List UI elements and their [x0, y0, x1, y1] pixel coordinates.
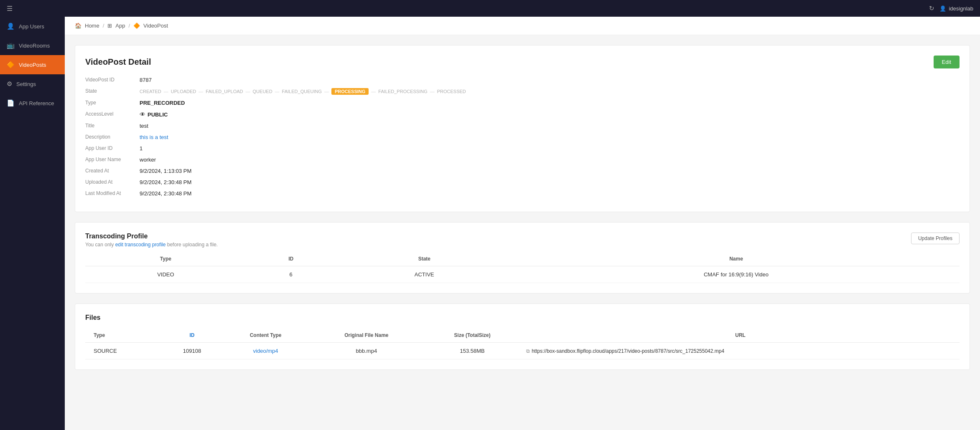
app-user-id-label: App User ID [85, 145, 140, 151]
files-title: Files [85, 314, 960, 321]
user-menu[interactable]: 👤 idesignlab [939, 5, 973, 12]
hamburger-icon[interactable]: ☰ [7, 5, 13, 13]
content-area: VideoPost Detail Edit VideoPost ID 8787 … [65, 35, 980, 390]
app-user-name-label: App User Name [85, 157, 140, 162]
col-name: Name [513, 252, 960, 266]
file-type: SOURCE [85, 343, 163, 359]
breadcrumb-videopost: VideoPost [143, 23, 168, 29]
state-arrow: — [371, 89, 376, 94]
detail-card: VideoPost Detail Edit VideoPost ID 8787 … [75, 45, 970, 212]
app-user-name-row: App User Name worker [85, 157, 960, 163]
state-label: State [85, 88, 140, 94]
breadcrumb: 🏠 Home / ⊞ App / 🔶 VideoPost [65, 17, 980, 35]
files-col-url: URL [521, 328, 960, 343]
state-step-failed_queuing: FAILED_QUEUING [282, 89, 322, 94]
state-arrow: — [324, 89, 329, 94]
state-arrow: — [430, 89, 435, 94]
last-modified-at-label: Last Modified At [85, 190, 140, 196]
type-value: PRE_RECORDED [140, 100, 185, 106]
col-type: Type [85, 252, 246, 266]
update-profiles-button[interactable]: Update Profiles [911, 233, 960, 244]
note-profile-link[interactable]: transcoding profile [125, 242, 165, 248]
transcoding-state: ACTIVE [336, 266, 513, 283]
transcoding-card: Transcoding Profile You can only edit tr… [75, 222, 970, 293]
table-row: VIDEO 6 ACTIVE CMAF for 16:9(9:16) Video [85, 266, 960, 283]
state-step-processed: PROCESSED [437, 89, 466, 94]
description-row: Description this is a test [85, 134, 960, 140]
eye-icon: 👁 [140, 111, 145, 118]
sidebar-item-videorooms[interactable]: 📺 VideoRooms [0, 36, 65, 55]
sidebar-item-label: App Users [19, 23, 44, 30]
breadcrumb-sep-2: / [128, 23, 130, 29]
files-table: Type ID Content Type Original File Name … [85, 328, 960, 359]
type-row: Type PRE_RECORDED [85, 100, 960, 106]
sidebar-item-api-reference[interactable]: 📄 API Reference [0, 94, 65, 113]
uploaded-at-value: 9/2/2024, 2:30:48 PM [140, 179, 191, 185]
app-user-id-row: App User ID 1 [85, 145, 960, 152]
videopost-id-row: VideoPost ID 8787 [85, 77, 960, 83]
title-value: test [140, 123, 148, 129]
home-icon: 🏠 [75, 23, 81, 29]
created-at-row: Created At 9/2/2024, 1:13:03 PM [85, 168, 960, 174]
user-icon: 👤 [939, 5, 946, 12]
access-level-badge: 👁 PUBLIC [140, 111, 168, 118]
topbar-right: ↻ 👤 idesignlab [929, 5, 973, 12]
refresh-icon[interactable]: ↻ [929, 5, 934, 12]
videorooms-icon: 📺 [7, 42, 15, 49]
note-edit-link[interactable]: edit [115, 242, 123, 248]
description-value: this is a test [140, 134, 168, 140]
file-content-type[interactable]: video/mp4 [221, 343, 309, 359]
transcoding-table-head: Type ID State Name [85, 252, 960, 266]
state-step-processing: PROCESSING [331, 88, 369, 95]
videopost-breadcrumb-icon: 🔶 [133, 23, 140, 29]
last-modified-at-value: 9/2/2024, 2:30:48 PM [140, 190, 191, 197]
transcoding-header-row: Type ID State Name [85, 252, 960, 266]
title-label: Title [85, 123, 140, 129]
state-step-created: CREATED [140, 89, 161, 94]
sidebar-item-videoposts[interactable]: 🔶 VideoPosts [0, 55, 65, 74]
breadcrumb-app[interactable]: App [115, 23, 125, 29]
transcoding-name: CMAF for 16:9(9:16) Video [513, 266, 960, 283]
file-original-name: bbb.mp4 [310, 343, 423, 359]
breadcrumb-home[interactable]: Home [85, 23, 99, 29]
file-url: ⧉https://box-sandbox.flipflop.cloud/apps… [521, 343, 960, 359]
app-user-name-value: worker [140, 157, 156, 163]
state-arrow: — [199, 89, 203, 94]
table-row: SOURCE 109108 video/mp4 bbb.mp4 153.58MB… [85, 343, 960, 359]
sidebar-item-app-users[interactable]: 👤 App Users [0, 17, 65, 36]
files-col-id: ID [163, 328, 222, 343]
files-table-body: SOURCE 109108 video/mp4 bbb.mp4 153.58MB… [85, 343, 960, 359]
videopost-id-value: 8787 [140, 77, 152, 83]
sidebar-item-label: VideoRooms [19, 43, 50, 49]
transcoding-note: You can only edit transcoding profile be… [85, 242, 218, 248]
transcoding-title-area: Transcoding Profile You can only edit tr… [85, 233, 218, 248]
state-pipeline: CREATED—UPLOADED—FAILED_UPLOAD—QUEUED—FA… [140, 88, 466, 95]
page-title: VideoPost Detail [85, 57, 151, 67]
state-step-failed_processing: FAILED_PROCESSING [378, 89, 427, 94]
files-table-head: Type ID Content Type Original File Name … [85, 328, 960, 343]
note-prefix: You can only [85, 242, 115, 248]
state-step-queued: QUEUED [253, 89, 272, 94]
uploaded-at-row: Uploaded At 9/2/2024, 2:30:48 PM [85, 179, 960, 185]
files-col-filename: Original File Name [310, 328, 423, 343]
copy-icon[interactable]: ⧉ [526, 348, 530, 354]
username-label: idesignlab [949, 5, 973, 12]
transcoding-header: Transcoding Profile You can only edit tr… [85, 233, 960, 248]
files-col-size: Size (TotalSize) [423, 328, 521, 343]
card-header: VideoPost Detail Edit [85, 56, 960, 68]
sidebar-item-settings[interactable]: ⚙ Settings [0, 74, 65, 94]
col-id: ID [246, 252, 336, 266]
created-at-label: Created At [85, 168, 140, 174]
videoposts-icon: 🔶 [7, 61, 15, 68]
uploaded-at-label: Uploaded At [85, 179, 140, 185]
access-level-value: PUBLIC [148, 111, 168, 118]
state-arrow: — [275, 89, 280, 94]
transcoding-table-body: VIDEO 6 ACTIVE CMAF for 16:9(9:16) Video [85, 266, 960, 283]
transcoding-id: 6 [246, 266, 336, 283]
api-reference-icon: 📄 [7, 99, 15, 107]
note-suffix: before uploading a file. [167, 242, 218, 248]
edit-button[interactable]: Edit [934, 56, 960, 68]
files-col-type: Type [85, 328, 163, 343]
created-at-value: 9/2/2024, 1:13:03 PM [140, 168, 191, 174]
files-card: Files Type ID Content Type Original File… [75, 304, 970, 370]
